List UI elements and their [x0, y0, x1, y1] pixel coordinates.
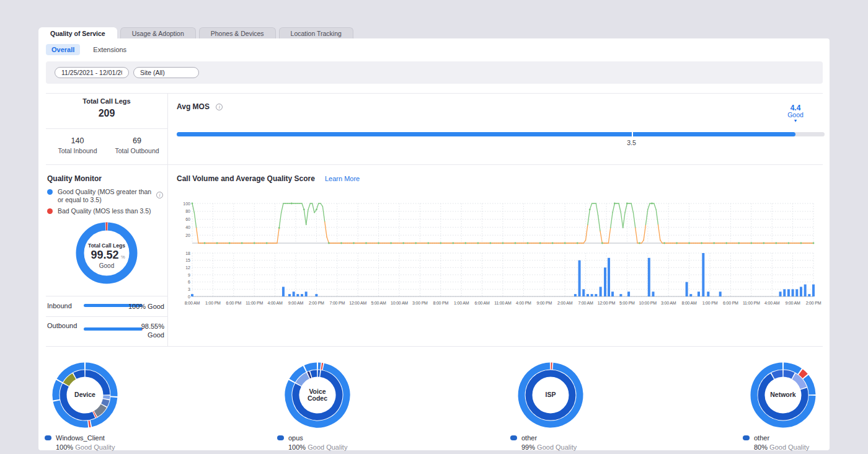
total-call-legs-donut-chart: Total Call Legs99.52%Good: [73, 219, 141, 287]
legend-name: Windows_Client: [56, 434, 105, 442]
svg-text:6:00 PM: 6:00 PM: [226, 301, 241, 305]
dashboard-card: OverallExtensions Total Call Legs 209 14…: [38, 38, 830, 450]
total-inbound-value: 140: [47, 136, 108, 145]
svg-text:15: 15: [185, 258, 190, 262]
legend-name: other: [521, 434, 537, 442]
good-quality-dot-icon: [47, 189, 53, 195]
svg-text:7:00 AM: 7:00 AM: [578, 301, 593, 305]
legend-dot-icon: [743, 435, 750, 440]
svg-text:8:00 PM: 8:00 PM: [433, 301, 448, 305]
good-quality-label: Good Quality (MOS greater than or equal …: [58, 188, 156, 204]
legend-value: 100%: [56, 443, 73, 451]
avg-mos-threshold-label: 3.5: [627, 139, 636, 146]
avg-mos-fill: [177, 132, 795, 136]
svg-text:10:00 AM: 10:00 AM: [391, 301, 408, 305]
avg-mos-header: Avg MOS i: [177, 100, 223, 112]
info-icon[interactable]: i: [216, 104, 223, 110]
info-icon[interactable]: i: [156, 192, 163, 198]
legend-quality: 100% Good Quality: [56, 443, 181, 451]
svg-text:0: 0: [188, 295, 190, 299]
svg-text:8:00 AM: 8:00 AM: [185, 301, 200, 305]
svg-text:Good: Good: [99, 262, 114, 269]
legend-value: 100%: [288, 443, 306, 451]
dashboard-page: Quality of ServiceUsage & AdoptionPhones…: [0, 0, 868, 454]
legend-quality: 80% Good Quality: [754, 443, 868, 451]
svg-text:4:00 AM: 4:00 AM: [267, 301, 283, 305]
tab-phones-devices[interactable]: Phones & Devices: [199, 27, 276, 38]
total-call-legs-value: 209: [46, 108, 167, 119]
svg-text:12: 12: [185, 265, 190, 270]
legend-suffix: Good Quality: [537, 443, 577, 451]
legend-quality: 99% Good Quality: [521, 443, 647, 451]
svg-text:VoiceCodec: VoiceCodec: [308, 388, 327, 402]
site-filter-input[interactable]: [133, 67, 199, 78]
learn-more-link[interactable]: Learn More: [325, 175, 360, 182]
svg-text:60: 60: [185, 217, 190, 221]
subtab-overall[interactable]: Overall: [46, 44, 80, 55]
svg-text:Network: Network: [770, 391, 796, 398]
avg-mos-title: Avg MOS: [177, 102, 210, 111]
svg-text:4:00 PM: 4:00 PM: [516, 301, 531, 305]
call-volume-chart: 8:00 AM1:00 PM6:00 PM11:00 PM4:00 AM9:00…: [174, 198, 825, 310]
svg-text:4:00 AM: 4:00 AM: [764, 301, 780, 305]
tab-usage-adoption[interactable]: Usage & Adoption: [120, 27, 196, 38]
divider: [46, 316, 167, 317]
svg-text:Total Call Legs: Total Call Legs: [88, 243, 125, 249]
svg-text:9:00 AM: 9:00 AM: [288, 301, 304, 305]
svg-text:20: 20: [185, 233, 190, 238]
svg-text:9:00 AM: 9:00 AM: [785, 301, 800, 305]
legend-good-quality: Good Quality (MOS greater than or equal …: [47, 188, 156, 204]
svg-text:2:00 PM: 2:00 PM: [806, 301, 822, 305]
legend-suffix: Good Quality: [769, 443, 809, 451]
svg-text:5:00 AM: 5:00 AM: [371, 301, 386, 305]
legend-quality: 100% Good Quality: [288, 443, 414, 451]
call-volume-header: Call Volume and Average Quality Score Le…: [177, 174, 360, 183]
total-outbound: 69 Total Outbound: [107, 136, 167, 154]
legend-name: opus: [288, 434, 303, 442]
divider: [46, 346, 823, 347]
avg-mos-threshold-tick: [632, 132, 633, 136]
svg-text:10:00 PM: 10:00 PM: [639, 301, 657, 305]
svg-text:6:00 PM: 6:00 PM: [723, 301, 738, 305]
date-range-input[interactable]: [55, 67, 129, 78]
inbound-row-label: Inbound: [47, 302, 78, 310]
legend-dot-icon: [277, 435, 284, 440]
svg-text:12:00 AM: 12:00 AM: [349, 301, 366, 305]
svg-text:9:00 PM: 9:00 PM: [536, 301, 552, 305]
svg-text:%: %: [121, 254, 125, 260]
avg-mos-marker: 4.4 Good ▼: [786, 105, 805, 123]
legend-name: other: [754, 434, 769, 442]
marker-arrow-icon: ▼: [786, 118, 805, 123]
breakdown-isp: ISPother99% Good Quality: [510, 361, 647, 451]
legend-dot-icon: [45, 435, 51, 440]
quality-monitor-title: Quality Monitor: [47, 174, 102, 183]
svg-text:2:00 AM: 2:00 AM: [557, 301, 573, 305]
sub-tab-bar: OverallExtensions: [46, 44, 132, 55]
svg-text:99.52: 99.52: [91, 249, 118, 261]
svg-text:Device: Device: [74, 391, 95, 398]
legend-value: 99%: [521, 443, 535, 451]
divider: [46, 128, 167, 129]
outbound-row-value: 98.55% Good: [124, 322, 164, 339]
svg-text:6:00 AM: 6:00 AM: [474, 301, 490, 305]
svg-text:40: 40: [185, 225, 190, 229]
tab-location-tracking[interactable]: Location Tracking: [279, 27, 353, 38]
device-legend: Windows_Client100% Good Quality: [45, 434, 181, 451]
svg-text:ISP: ISP: [546, 391, 556, 398]
svg-text:6: 6: [188, 280, 190, 284]
subtab-extensions[interactable]: Extensions: [87, 44, 132, 55]
divider: [46, 164, 823, 165]
bad-quality-label: Bad Quality (MOS less than 3.5): [58, 207, 156, 215]
total-outbound-label: Total Outbound: [107, 147, 167, 154]
voice-codec-sunburst-chart: VoiceCodec: [283, 361, 352, 429]
inbound-row-value: 100% Good: [124, 302, 164, 311]
svg-text:18: 18: [185, 251, 190, 256]
tab-quality-of-service[interactable]: Quality of Service: [38, 27, 117, 38]
bad-quality-dot-icon: [47, 208, 53, 214]
svg-text:3:00 PM: 3:00 PM: [412, 301, 428, 305]
breakdown-voice-codec: VoiceCodecopus100% Good Quality: [277, 361, 414, 451]
network-sunburst-chart: Network: [749, 361, 817, 429]
breakdown-network: Networkother80% Good Quality: [743, 361, 868, 451]
svg-text:11:00 PM: 11:00 PM: [246, 301, 263, 305]
total-inbound: 140 Total Inbound: [47, 136, 108, 154]
